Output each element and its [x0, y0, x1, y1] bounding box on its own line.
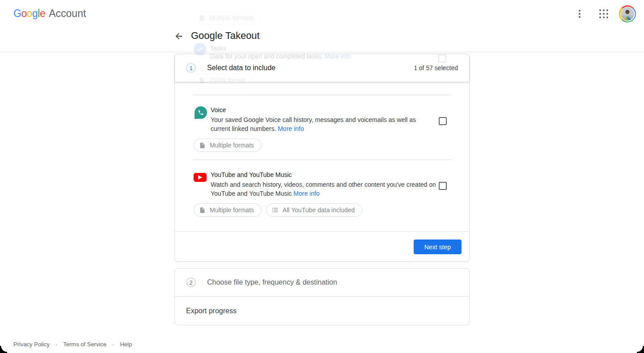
back-button[interactable] [173, 30, 185, 42]
youtube-icon [194, 173, 207, 182]
chip-label: Multiple formats [210, 142, 254, 149]
header-actions [571, 5, 636, 23]
chip-multiple-formats[interactable]: Multiple formats [194, 203, 262, 217]
takeout-header-row: Google Takeout [0, 28, 644, 52]
divider [193, 160, 451, 160]
export-progress-section[interactable]: Export progress [175, 297, 469, 325]
item-title-voice: Voice [211, 106, 226, 113]
logo-letter: g [32, 8, 38, 20]
apps-grid-icon [599, 9, 608, 18]
lower-card: 2 Choose file type, frequency & destinat… [174, 268, 470, 325]
logo-letter: e [40, 8, 45, 20]
footer-separator: · [55, 341, 57, 348]
chip-label: Multiple formats [210, 206, 254, 214]
chip-row-voice: Multiple formats [194, 139, 262, 152]
divider [193, 95, 451, 95]
google-voice-icon [195, 106, 207, 119]
screen-corner [637, 346, 644, 353]
choose-file-type-section[interactable]: 2 Choose file type, frequency & destinat… [175, 269, 469, 296]
item-title-youtube: YouTube and YouTube Music [211, 171, 292, 178]
choose-file-type-title: Choose file type, frequency & destinatio… [207, 278, 337, 286]
help-link[interactable]: Help [120, 341, 132, 348]
chip-label: All YouTube data included [283, 206, 355, 214]
file-icon [199, 142, 206, 149]
select-data-card: 1 Select data to include 1 of 57 selecte… [174, 54, 470, 262]
next-step-button[interactable]: Next step [414, 240, 462, 254]
more-info-link[interactable]: More info [278, 125, 304, 132]
footer-separator: · [112, 341, 114, 348]
select-data-header: 1 Select data to include 1 of 57 selecte… [175, 54, 469, 82]
app-header: Google Account [0, 0, 644, 52]
logo-letter: o [27, 8, 32, 20]
product-name: Account [49, 8, 86, 20]
terms-of-service-link[interactable]: Terms of Service [63, 341, 106, 348]
google-apps-button[interactable] [595, 5, 613, 23]
logo-letter: G [13, 8, 21, 20]
page-title: Google Takeout [191, 30, 260, 42]
avatar-photo [621, 7, 634, 21]
checkbox-youtube[interactable] [439, 182, 447, 190]
file-icon [199, 207, 206, 214]
export-progress-title: Export progress [186, 307, 237, 315]
logo-letter: o [21, 8, 26, 20]
selected-count: 1 of 57 selected [414, 64, 458, 71]
divider [175, 231, 469, 232]
back-arrow-icon [174, 31, 184, 41]
step-1-badge: 1 [186, 63, 196, 73]
item-description-voice: Your saved Google Voice call history, me… [211, 115, 431, 133]
privacy-policy-link[interactable]: Privacy Policy [13, 341, 50, 348]
google-account-logo[interactable]: Google Account [13, 8, 86, 20]
footer: Privacy Policy · Terms of Service · Help [13, 341, 132, 348]
more-options-button[interactable] [571, 5, 589, 23]
step-2-badge: 2 [186, 277, 196, 287]
more-info-link[interactable]: More info [293, 190, 319, 197]
more-vert-icon [579, 10, 580, 18]
chip-multiple-formats[interactable]: Multiple formats [194, 139, 262, 152]
item-description-youtube: Watch and search history, videos, commen… [211, 180, 436, 198]
chip-row-youtube: Multiple formats All YouTube data includ… [194, 203, 362, 217]
checkbox-voice[interactable] [439, 117, 447, 125]
select-data-title: Select data to include [207, 64, 275, 72]
account-avatar[interactable] [619, 5, 636, 22]
page: Google Account [0, 0, 644, 353]
list-icon [271, 206, 279, 214]
account-header-row: Google Account [0, 0, 644, 28]
chip-all-youtube-data[interactable]: All YouTube data included [266, 203, 362, 217]
screen-corner [0, 346, 7, 353]
play-icon [198, 175, 202, 180]
